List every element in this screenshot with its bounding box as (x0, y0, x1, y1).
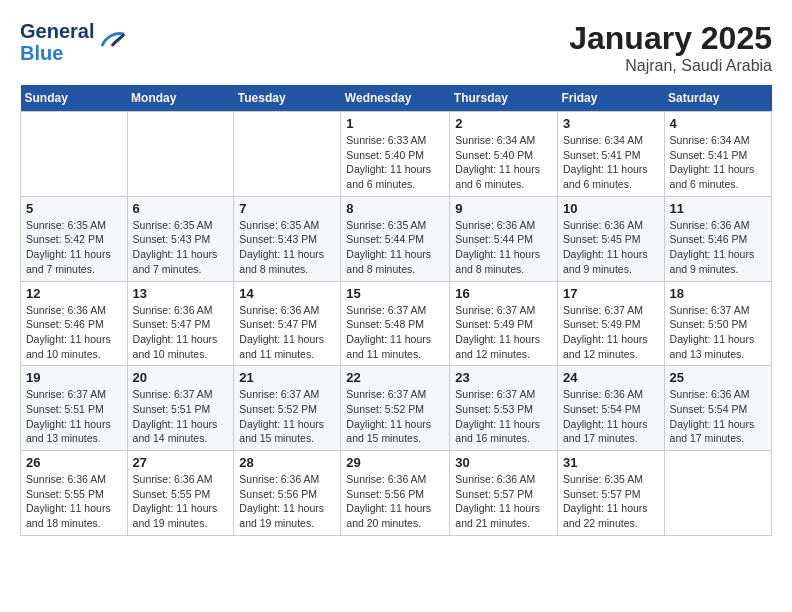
week-row-2: 12Sunrise: 6:36 AM Sunset: 5:46 PM Dayli… (21, 281, 772, 366)
logo-line2: Blue (20, 42, 94, 64)
day-cell: 15Sunrise: 6:37 AM Sunset: 5:48 PM Dayli… (341, 281, 450, 366)
day-info: Sunrise: 6:35 AM Sunset: 5:44 PM Dayligh… (346, 218, 444, 277)
day-cell: 8Sunrise: 6:35 AM Sunset: 5:44 PM Daylig… (341, 196, 450, 281)
day-number: 6 (133, 201, 229, 216)
day-info: Sunrise: 6:37 AM Sunset: 5:49 PM Dayligh… (455, 303, 552, 362)
day-cell: 22Sunrise: 6:37 AM Sunset: 5:52 PM Dayli… (341, 366, 450, 451)
day-cell: 10Sunrise: 6:36 AM Sunset: 5:45 PM Dayli… (557, 196, 664, 281)
day-cell: 9Sunrise: 6:36 AM Sunset: 5:44 PM Daylig… (450, 196, 558, 281)
day-cell: 16Sunrise: 6:37 AM Sunset: 5:49 PM Dayli… (450, 281, 558, 366)
day-cell: 7Sunrise: 6:35 AM Sunset: 5:43 PM Daylig… (234, 196, 341, 281)
day-info: Sunrise: 6:37 AM Sunset: 5:52 PM Dayligh… (239, 387, 335, 446)
day-number: 9 (455, 201, 552, 216)
day-number: 7 (239, 201, 335, 216)
day-number: 29 (346, 455, 444, 470)
week-row-0: 1Sunrise: 6:33 AM Sunset: 5:40 PM Daylig… (21, 112, 772, 197)
day-number: 26 (26, 455, 122, 470)
day-number: 16 (455, 286, 552, 301)
day-cell: 17Sunrise: 6:37 AM Sunset: 5:49 PM Dayli… (557, 281, 664, 366)
page-header: General Blue January 2025 Najran, Saudi … (20, 20, 772, 75)
day-info: Sunrise: 6:34 AM Sunset: 5:41 PM Dayligh… (670, 133, 766, 192)
day-info: Sunrise: 6:36 AM Sunset: 5:57 PM Dayligh… (455, 472, 552, 531)
day-cell: 28Sunrise: 6:36 AM Sunset: 5:56 PM Dayli… (234, 451, 341, 536)
day-cell: 31Sunrise: 6:35 AM Sunset: 5:57 PM Dayli… (557, 451, 664, 536)
day-info: Sunrise: 6:36 AM Sunset: 5:47 PM Dayligh… (133, 303, 229, 362)
day-cell: 29Sunrise: 6:36 AM Sunset: 5:56 PM Dayli… (341, 451, 450, 536)
page-subtitle: Najran, Saudi Arabia (569, 57, 772, 75)
day-cell: 14Sunrise: 6:36 AM Sunset: 5:47 PM Dayli… (234, 281, 341, 366)
day-cell: 19Sunrise: 6:37 AM Sunset: 5:51 PM Dayli… (21, 366, 128, 451)
day-cell: 20Sunrise: 6:37 AM Sunset: 5:51 PM Dayli… (127, 366, 234, 451)
day-cell: 11Sunrise: 6:36 AM Sunset: 5:46 PM Dayli… (664, 196, 771, 281)
day-number: 25 (670, 370, 766, 385)
day-number: 15 (346, 286, 444, 301)
logo-icon (98, 26, 126, 58)
day-info: Sunrise: 6:35 AM Sunset: 5:43 PM Dayligh… (239, 218, 335, 277)
day-cell: 5Sunrise: 6:35 AM Sunset: 5:42 PM Daylig… (21, 196, 128, 281)
day-cell: 12Sunrise: 6:36 AM Sunset: 5:46 PM Dayli… (21, 281, 128, 366)
day-number: 20 (133, 370, 229, 385)
day-info: Sunrise: 6:35 AM Sunset: 5:43 PM Dayligh… (133, 218, 229, 277)
day-cell: 23Sunrise: 6:37 AM Sunset: 5:53 PM Dayli… (450, 366, 558, 451)
day-number: 3 (563, 116, 659, 131)
week-row-4: 26Sunrise: 6:36 AM Sunset: 5:55 PM Dayli… (21, 451, 772, 536)
day-info: Sunrise: 6:34 AM Sunset: 5:40 PM Dayligh… (455, 133, 552, 192)
day-number: 27 (133, 455, 229, 470)
weekday-header-row: SundayMondayTuesdayWednesdayThursdayFrid… (21, 85, 772, 112)
day-number: 24 (563, 370, 659, 385)
day-info: Sunrise: 6:33 AM Sunset: 5:40 PM Dayligh… (346, 133, 444, 192)
day-number: 30 (455, 455, 552, 470)
day-number: 22 (346, 370, 444, 385)
day-info: Sunrise: 6:36 AM Sunset: 5:54 PM Dayligh… (563, 387, 659, 446)
day-cell (127, 112, 234, 197)
page-title: January 2025 (569, 20, 772, 57)
day-number: 1 (346, 116, 444, 131)
day-cell: 30Sunrise: 6:36 AM Sunset: 5:57 PM Dayli… (450, 451, 558, 536)
day-cell (234, 112, 341, 197)
day-cell: 21Sunrise: 6:37 AM Sunset: 5:52 PM Dayli… (234, 366, 341, 451)
weekday-header-sunday: Sunday (21, 85, 128, 112)
day-info: Sunrise: 6:37 AM Sunset: 5:49 PM Dayligh… (563, 303, 659, 362)
day-number: 11 (670, 201, 766, 216)
weekday-header-thursday: Thursday (450, 85, 558, 112)
day-cell: 6Sunrise: 6:35 AM Sunset: 5:43 PM Daylig… (127, 196, 234, 281)
day-info: Sunrise: 6:36 AM Sunset: 5:46 PM Dayligh… (26, 303, 122, 362)
day-cell: 4Sunrise: 6:34 AM Sunset: 5:41 PM Daylig… (664, 112, 771, 197)
day-number: 8 (346, 201, 444, 216)
day-info: Sunrise: 6:36 AM Sunset: 5:54 PM Dayligh… (670, 387, 766, 446)
logo-text: General Blue (20, 20, 126, 64)
day-cell (21, 112, 128, 197)
weekday-header-monday: Monday (127, 85, 234, 112)
day-info: Sunrise: 6:36 AM Sunset: 5:46 PM Dayligh… (670, 218, 766, 277)
day-info: Sunrise: 6:36 AM Sunset: 5:56 PM Dayligh… (346, 472, 444, 531)
day-info: Sunrise: 6:36 AM Sunset: 5:56 PM Dayligh… (239, 472, 335, 531)
calendar-body: 1Sunrise: 6:33 AM Sunset: 5:40 PM Daylig… (21, 112, 772, 536)
title-block: January 2025 Najran, Saudi Arabia (569, 20, 772, 75)
day-cell: 27Sunrise: 6:36 AM Sunset: 5:55 PM Dayli… (127, 451, 234, 536)
weekday-header-friday: Friday (557, 85, 664, 112)
day-number: 2 (455, 116, 552, 131)
day-info: Sunrise: 6:37 AM Sunset: 5:51 PM Dayligh… (26, 387, 122, 446)
day-info: Sunrise: 6:36 AM Sunset: 5:55 PM Dayligh… (26, 472, 122, 531)
day-number: 18 (670, 286, 766, 301)
day-cell: 26Sunrise: 6:36 AM Sunset: 5:55 PM Dayli… (21, 451, 128, 536)
day-cell (664, 451, 771, 536)
day-cell: 24Sunrise: 6:36 AM Sunset: 5:54 PM Dayli… (557, 366, 664, 451)
calendar-table: SundayMondayTuesdayWednesdayThursdayFrid… (20, 85, 772, 536)
day-cell: 25Sunrise: 6:36 AM Sunset: 5:54 PM Dayli… (664, 366, 771, 451)
day-info: Sunrise: 6:35 AM Sunset: 5:42 PM Dayligh… (26, 218, 122, 277)
weekday-header-tuesday: Tuesday (234, 85, 341, 112)
day-info: Sunrise: 6:36 AM Sunset: 5:55 PM Dayligh… (133, 472, 229, 531)
day-number: 4 (670, 116, 766, 131)
day-cell: 13Sunrise: 6:36 AM Sunset: 5:47 PM Dayli… (127, 281, 234, 366)
day-number: 31 (563, 455, 659, 470)
day-number: 17 (563, 286, 659, 301)
day-number: 12 (26, 286, 122, 301)
day-info: Sunrise: 6:37 AM Sunset: 5:51 PM Dayligh… (133, 387, 229, 446)
weekday-header-wednesday: Wednesday (341, 85, 450, 112)
day-cell: 3Sunrise: 6:34 AM Sunset: 5:41 PM Daylig… (557, 112, 664, 197)
logo-line1: General (20, 20, 94, 42)
day-info: Sunrise: 6:36 AM Sunset: 5:45 PM Dayligh… (563, 218, 659, 277)
day-info: Sunrise: 6:35 AM Sunset: 5:57 PM Dayligh… (563, 472, 659, 531)
day-info: Sunrise: 6:37 AM Sunset: 5:48 PM Dayligh… (346, 303, 444, 362)
